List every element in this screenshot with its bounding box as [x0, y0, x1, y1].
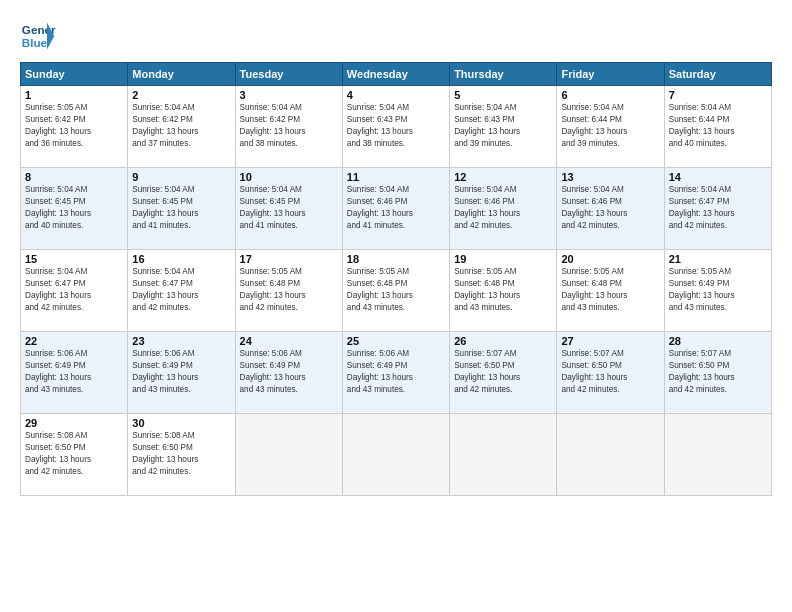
day-info: Sunrise: 5:07 AMSunset: 6:50 PMDaylight:… — [561, 348, 659, 396]
calendar-cell: 27 Sunrise: 5:07 AMSunset: 6:50 PMDaylig… — [557, 332, 664, 414]
day-number: 21 — [669, 253, 767, 265]
calendar-cell: 30 Sunrise: 5:08 AMSunset: 6:50 PMDaylig… — [128, 414, 235, 496]
day-number: 30 — [132, 417, 230, 429]
calendar-cell: 9 Sunrise: 5:04 AMSunset: 6:45 PMDayligh… — [128, 168, 235, 250]
calendar-cell — [342, 414, 449, 496]
week-row-4: 22 Sunrise: 5:06 AMSunset: 6:49 PMDaylig… — [21, 332, 772, 414]
day-info: Sunrise: 5:07 AMSunset: 6:50 PMDaylight:… — [454, 348, 552, 396]
weekday-header-thursday: Thursday — [450, 63, 557, 86]
calendar-cell — [664, 414, 771, 496]
day-info: Sunrise: 5:05 AMSunset: 6:48 PMDaylight:… — [347, 266, 445, 314]
day-number: 28 — [669, 335, 767, 347]
day-info: Sunrise: 5:07 AMSunset: 6:50 PMDaylight:… — [669, 348, 767, 396]
day-info: Sunrise: 5:04 AMSunset: 6:46 PMDaylight:… — [454, 184, 552, 232]
day-number: 29 — [25, 417, 123, 429]
calendar-cell: 18 Sunrise: 5:05 AMSunset: 6:48 PMDaylig… — [342, 250, 449, 332]
day-info: Sunrise: 5:04 AMSunset: 6:47 PMDaylight:… — [25, 266, 123, 314]
calendar-cell: 10 Sunrise: 5:04 AMSunset: 6:45 PMDaylig… — [235, 168, 342, 250]
day-info: Sunrise: 5:04 AMSunset: 6:46 PMDaylight:… — [561, 184, 659, 232]
day-info: Sunrise: 5:04 AMSunset: 6:42 PMDaylight:… — [240, 102, 338, 150]
calendar-cell: 3 Sunrise: 5:04 AMSunset: 6:42 PMDayligh… — [235, 86, 342, 168]
weekday-header-sunday: Sunday — [21, 63, 128, 86]
calendar-cell: 4 Sunrise: 5:04 AMSunset: 6:43 PMDayligh… — [342, 86, 449, 168]
day-number: 17 — [240, 253, 338, 265]
page: General Blue SundayMondayTuesdayWednesda… — [0, 0, 792, 612]
weekday-header-friday: Friday — [557, 63, 664, 86]
day-info: Sunrise: 5:04 AMSunset: 6:42 PMDaylight:… — [132, 102, 230, 150]
day-info: Sunrise: 5:05 AMSunset: 6:42 PMDaylight:… — [25, 102, 123, 150]
day-number: 26 — [454, 335, 552, 347]
weekday-header-monday: Monday — [128, 63, 235, 86]
week-row-5: 29 Sunrise: 5:08 AMSunset: 6:50 PMDaylig… — [21, 414, 772, 496]
day-number: 3 — [240, 89, 338, 101]
svg-text:Blue: Blue — [22, 36, 48, 49]
day-info: Sunrise: 5:08 AMSunset: 6:50 PMDaylight:… — [25, 430, 123, 478]
calendar-cell: 5 Sunrise: 5:04 AMSunset: 6:43 PMDayligh… — [450, 86, 557, 168]
day-info: Sunrise: 5:04 AMSunset: 6:43 PMDaylight:… — [454, 102, 552, 150]
calendar-cell: 14 Sunrise: 5:04 AMSunset: 6:47 PMDaylig… — [664, 168, 771, 250]
calendar-cell — [450, 414, 557, 496]
calendar-cell: 22 Sunrise: 5:06 AMSunset: 6:49 PMDaylig… — [21, 332, 128, 414]
calendar-cell: 25 Sunrise: 5:06 AMSunset: 6:49 PMDaylig… — [342, 332, 449, 414]
day-number: 14 — [669, 171, 767, 183]
day-number: 2 — [132, 89, 230, 101]
calendar-cell: 28 Sunrise: 5:07 AMSunset: 6:50 PMDaylig… — [664, 332, 771, 414]
day-number: 16 — [132, 253, 230, 265]
day-number: 20 — [561, 253, 659, 265]
day-info: Sunrise: 5:04 AMSunset: 6:46 PMDaylight:… — [347, 184, 445, 232]
day-number: 6 — [561, 89, 659, 101]
day-info: Sunrise: 5:04 AMSunset: 6:45 PMDaylight:… — [240, 184, 338, 232]
day-number: 24 — [240, 335, 338, 347]
calendar-cell: 17 Sunrise: 5:05 AMSunset: 6:48 PMDaylig… — [235, 250, 342, 332]
calendar-cell: 6 Sunrise: 5:04 AMSunset: 6:44 PMDayligh… — [557, 86, 664, 168]
calendar-cell: 19 Sunrise: 5:05 AMSunset: 6:48 PMDaylig… — [450, 250, 557, 332]
calendar-cell: 20 Sunrise: 5:05 AMSunset: 6:48 PMDaylig… — [557, 250, 664, 332]
calendar-cell: 16 Sunrise: 5:04 AMSunset: 6:47 PMDaylig… — [128, 250, 235, 332]
weekday-header-row: SundayMondayTuesdayWednesdayThursdayFrid… — [21, 63, 772, 86]
logo: General Blue — [20, 18, 56, 54]
day-info: Sunrise: 5:05 AMSunset: 6:48 PMDaylight:… — [561, 266, 659, 314]
day-info: Sunrise: 5:04 AMSunset: 6:47 PMDaylight:… — [669, 184, 767, 232]
calendar-table: SundayMondayTuesdayWednesdayThursdayFrid… — [20, 62, 772, 496]
calendar-cell: 15 Sunrise: 5:04 AMSunset: 6:47 PMDaylig… — [21, 250, 128, 332]
day-info: Sunrise: 5:04 AMSunset: 6:45 PMDaylight:… — [132, 184, 230, 232]
day-info: Sunrise: 5:05 AMSunset: 6:48 PMDaylight:… — [454, 266, 552, 314]
calendar-cell: 1 Sunrise: 5:05 AMSunset: 6:42 PMDayligh… — [21, 86, 128, 168]
day-number: 12 — [454, 171, 552, 183]
calendar-cell: 11 Sunrise: 5:04 AMSunset: 6:46 PMDaylig… — [342, 168, 449, 250]
day-number: 23 — [132, 335, 230, 347]
day-number: 10 — [240, 171, 338, 183]
day-info: Sunrise: 5:04 AMSunset: 6:43 PMDaylight:… — [347, 102, 445, 150]
calendar-cell: 13 Sunrise: 5:04 AMSunset: 6:46 PMDaylig… — [557, 168, 664, 250]
calendar-cell — [235, 414, 342, 496]
day-number: 7 — [669, 89, 767, 101]
day-number: 13 — [561, 171, 659, 183]
calendar-cell: 2 Sunrise: 5:04 AMSunset: 6:42 PMDayligh… — [128, 86, 235, 168]
calendar-cell: 23 Sunrise: 5:06 AMSunset: 6:49 PMDaylig… — [128, 332, 235, 414]
day-info: Sunrise: 5:04 AMSunset: 6:45 PMDaylight:… — [25, 184, 123, 232]
calendar-cell: 12 Sunrise: 5:04 AMSunset: 6:46 PMDaylig… — [450, 168, 557, 250]
day-info: Sunrise: 5:06 AMSunset: 6:49 PMDaylight:… — [132, 348, 230, 396]
day-number: 8 — [25, 171, 123, 183]
day-number: 1 — [25, 89, 123, 101]
calendar-cell: 26 Sunrise: 5:07 AMSunset: 6:50 PMDaylig… — [450, 332, 557, 414]
calendar-cell: 21 Sunrise: 5:05 AMSunset: 6:49 PMDaylig… — [664, 250, 771, 332]
day-number: 9 — [132, 171, 230, 183]
calendar-cell: 7 Sunrise: 5:04 AMSunset: 6:44 PMDayligh… — [664, 86, 771, 168]
calendar-cell: 29 Sunrise: 5:08 AMSunset: 6:50 PMDaylig… — [21, 414, 128, 496]
day-number: 5 — [454, 89, 552, 101]
calendar-cell: 24 Sunrise: 5:06 AMSunset: 6:49 PMDaylig… — [235, 332, 342, 414]
day-info: Sunrise: 5:05 AMSunset: 6:49 PMDaylight:… — [669, 266, 767, 314]
day-info: Sunrise: 5:08 AMSunset: 6:50 PMDaylight:… — [132, 430, 230, 478]
day-info: Sunrise: 5:06 AMSunset: 6:49 PMDaylight:… — [25, 348, 123, 396]
day-number: 18 — [347, 253, 445, 265]
day-info: Sunrise: 5:06 AMSunset: 6:49 PMDaylight:… — [347, 348, 445, 396]
header: General Blue — [20, 18, 772, 54]
day-number: 27 — [561, 335, 659, 347]
week-row-2: 8 Sunrise: 5:04 AMSunset: 6:45 PMDayligh… — [21, 168, 772, 250]
day-number: 4 — [347, 89, 445, 101]
calendar-cell — [557, 414, 664, 496]
day-info: Sunrise: 5:06 AMSunset: 6:49 PMDaylight:… — [240, 348, 338, 396]
week-row-3: 15 Sunrise: 5:04 AMSunset: 6:47 PMDaylig… — [21, 250, 772, 332]
week-row-1: 1 Sunrise: 5:05 AMSunset: 6:42 PMDayligh… — [21, 86, 772, 168]
